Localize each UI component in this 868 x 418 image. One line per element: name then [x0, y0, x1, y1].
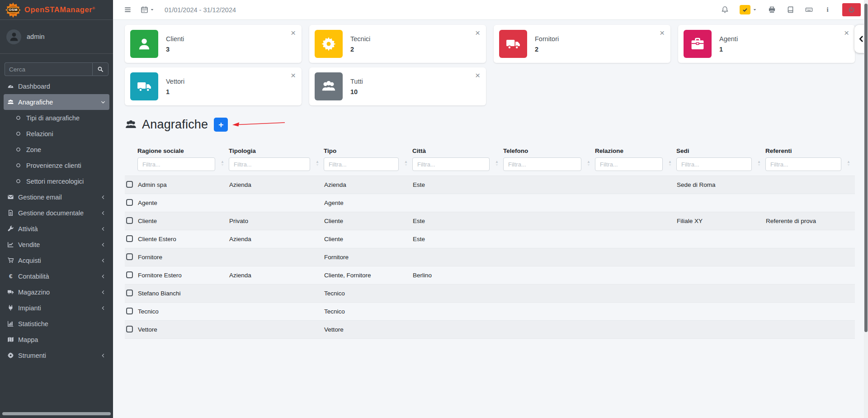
sidebar-item-vendite[interactable]: Vendite: [4, 237, 109, 252]
sidebar-subitem-provenienze-clienti[interactable]: Provenienze clienti: [4, 157, 109, 173]
sidebar-item-statistiche[interactable]: Statistiche: [4, 316, 109, 332]
table-row-cliente[interactable]: ClientePrivatoClienteEsteFiliale XYRefer…: [125, 212, 855, 230]
stat-card-value: 1: [166, 88, 184, 95]
user-panel[interactable]: admin: [0, 20, 113, 54]
stat-card-fornitori[interactable]: Fornitori2×: [494, 25, 670, 63]
users-icon: [321, 79, 336, 94]
column-label[interactable]: Relazione: [595, 147, 663, 154]
sidebar-item-strumenti[interactable]: Strumenti: [4, 347, 109, 363]
row-checkbox[interactable]: [126, 290, 133, 296]
scrollbar-thumb[interactable]: [864, 4, 868, 332]
date-range-button[interactable]: [141, 6, 155, 14]
sidebar-item-impianti[interactable]: Impianti: [4, 300, 109, 316]
filter-citta[interactable]: [412, 157, 490, 171]
content-area: Clienti3×Tecnici2×Fornitori2×Agenti1×Vet…: [113, 20, 868, 418]
keyboard-button[interactable]: [805, 6, 813, 14]
search-input[interactable]: [5, 62, 92, 76]
table-cell: Vettore: [137, 321, 229, 339]
sidebar-item-magazzino[interactable]: Magazzino: [4, 284, 109, 300]
column-label[interactable]: Tipologia: [229, 147, 310, 154]
app-logo[interactable]: OSM OpenSTAManager®: [0, 0, 113, 20]
sort-control[interactable]: ▲▼: [847, 160, 850, 166]
row-checkbox[interactable]: [126, 235, 133, 242]
sidebar-item-contabilita[interactable]: €Contabilità: [4, 268, 109, 284]
filter-sedi[interactable]: [676, 157, 752, 171]
column-label[interactable]: Referenti: [765, 147, 841, 154]
table-row-vettore[interactable]: VettoreVettore: [125, 321, 855, 339]
close-card-button[interactable]: ×: [660, 28, 665, 37]
column-label[interactable]: Tipo: [324, 147, 399, 154]
row-checkbox[interactable]: [126, 326, 133, 332]
table-cell: Agente: [324, 194, 412, 212]
close-card-button[interactable]: ×: [475, 28, 480, 37]
filter-tipo[interactable]: [324, 157, 399, 171]
filter-ragione-sociale[interactable]: [137, 157, 215, 171]
sidebar-item-mappa[interactable]: Mappa: [4, 332, 109, 347]
table-cell: [503, 212, 595, 230]
row-checkbox[interactable]: [126, 217, 133, 224]
search-button[interactable]: [92, 62, 108, 76]
column-label[interactable]: Città: [412, 147, 490, 154]
row-checkbox[interactable]: [126, 181, 133, 188]
row-checkbox[interactable]: [126, 271, 133, 278]
menu-toggle-button[interactable]: [124, 6, 132, 14]
table-cell: [676, 266, 765, 285]
table-row-fornitore-estero[interactable]: Fornitore EsteroAziendaCliente, Fornitor…: [125, 266, 855, 285]
row-checkbox[interactable]: [126, 253, 133, 260]
bell-button[interactable]: [721, 6, 729, 14]
table-row-fornitore[interactable]: FornitoreFornitore: [125, 248, 855, 266]
sort-control[interactable]: ▲▼: [757, 160, 761, 166]
sort-control[interactable]: ▲▼: [587, 160, 590, 166]
column-label[interactable]: Sedi: [676, 147, 752, 154]
stat-card-value: 3: [166, 46, 184, 53]
table-row-stefano-bianchi[interactable]: Stefano BianchiTecnico: [125, 285, 855, 303]
sort-control[interactable]: ▲▼: [668, 160, 672, 166]
info-button[interactable]: i: [824, 6, 831, 14]
date-range-label[interactable]: 01/01/2024 - 31/12/2024: [165, 6, 236, 14]
table-row-agente[interactable]: AgenteAgente: [125, 194, 855, 212]
column-label[interactable]: Ragione sociale: [137, 147, 215, 154]
printer-button[interactable]: [768, 6, 776, 14]
book-button[interactable]: [787, 6, 794, 14]
logout-button[interactable]: [842, 3, 861, 16]
stat-card-clienti[interactable]: Clienti3×: [125, 25, 302, 63]
column-label[interactable]: Telefono: [503, 147, 581, 154]
sidebar-item-anagrafiche[interactable]: Anagrafiche: [4, 94, 109, 110]
table-row-admin-spa[interactable]: Admin spaAziendaAziendaEsteSede di Roma: [125, 176, 855, 194]
stat-card-agenti[interactable]: Agenti1×: [678, 25, 855, 63]
stat-card-tutti[interactable]: Tutti10×: [309, 67, 486, 105]
close-card-button[interactable]: ×: [475, 71, 480, 80]
row-checkbox[interactable]: [126, 308, 133, 314]
sidebar-item-dashboard[interactable]: Dashboard: [4, 78, 109, 94]
table-row-tecnico[interactable]: TecnicoTecnico: [125, 303, 855, 321]
filter-telefono[interactable]: [503, 157, 581, 171]
close-card-button[interactable]: ×: [291, 28, 296, 37]
filter-referenti[interactable]: [765, 157, 841, 171]
close-card-button[interactable]: ×: [291, 71, 296, 80]
row-checkbox[interactable]: [126, 199, 133, 206]
sidebar-subitem-relazioni[interactable]: Relazioni: [4, 126, 109, 142]
vertical-scrollbar[interactable]: [864, 0, 868, 418]
sidebar-subitem-settori-merceologici[interactable]: Settori merceologici: [4, 173, 109, 189]
sidebar-subitem-tipi-di-anagrafiche[interactable]: Tipi di anagrafiche: [4, 110, 109, 126]
sidebar-item-attivita[interactable]: Attività: [4, 221, 109, 237]
sidebar-subitem-zone[interactable]: Zone: [4, 142, 109, 157]
stat-card-tecnici[interactable]: Tecnici2×: [309, 25, 486, 63]
sidebar-item-gestione-email[interactable]: Gestione email: [4, 189, 109, 205]
sidebar-item-acquisti[interactable]: Acquisti: [4, 252, 109, 268]
column-header-relazione: Relazione▲▼: [595, 140, 676, 176]
stat-card-vettori[interactable]: Vettori1×: [125, 67, 302, 105]
sort-control[interactable]: ▲▼: [221, 160, 224, 166]
sort-control[interactable]: ▲▼: [316, 160, 319, 166]
sidebar-item-gestione-documentale[interactable]: Gestione documentale: [4, 205, 109, 221]
sort-control[interactable]: ▲▼: [495, 160, 499, 166]
filter-relazione[interactable]: [595, 157, 663, 171]
sidebar-item-label: Impianti: [18, 304, 41, 312]
tasks-badge-button[interactable]: [740, 5, 757, 14]
sort-control[interactable]: ▲▼: [404, 160, 408, 166]
filter-tipologia[interactable]: [229, 157, 310, 171]
add-record-button[interactable]: +: [214, 118, 228, 132]
table-row-cliente-estero[interactable]: Cliente EsteroAziendaClienteEste: [125, 230, 855, 248]
sidebar-horizontal-scrollbar[interactable]: [2, 412, 111, 415]
close-card-button[interactable]: ×: [844, 28, 849, 37]
